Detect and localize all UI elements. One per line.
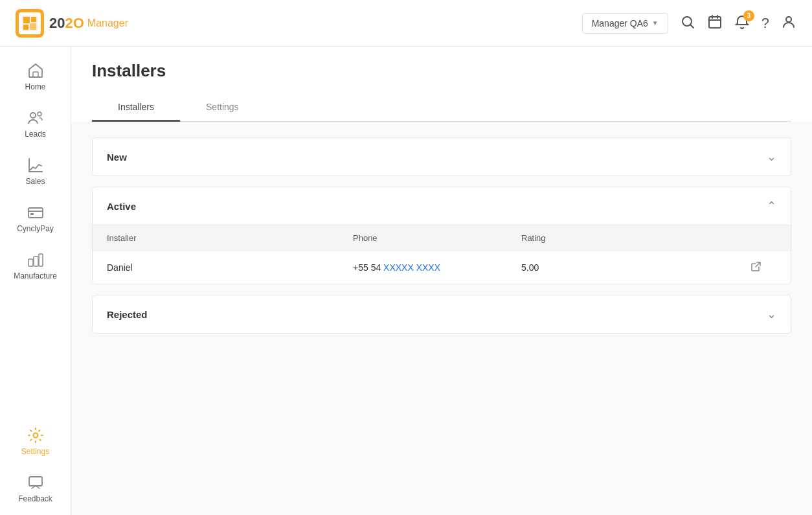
sales-icon [27,157,44,174]
sidebar-item-sales[interactable]: Sales [0,148,71,195]
sidebar-item-manufacture[interactable]: Manufacture [0,242,71,290]
logo-svg [21,14,39,32]
svg-rect-18 [28,259,33,266]
svg-line-6 [690,25,694,28]
sidebar: Home Leads Sales [0,47,71,515]
calendar-button[interactable] [707,14,723,32]
chevron-down-icon-rejected: ⌄ [767,307,776,321]
search-icon [680,14,695,30]
cyncly-pay-icon [27,204,44,221]
page-title: Installers [92,61,791,81]
svg-point-11 [786,17,791,22]
user-icon [781,14,796,30]
section-new-header[interactable]: New ⌄ [93,138,791,176]
manufacture-icon [27,251,44,268]
sidebar-item-leads[interactable]: Leads [0,100,71,148]
layout: Home Leads Sales [0,47,812,515]
svg-rect-15 [28,208,43,218]
cell-installer-name: Daniel [107,262,353,273]
logo-brand: Manager [87,17,128,29]
section-active-title: Active [107,201,136,212]
sidebar-item-home[interactable]: Home [0,53,71,100]
manager-selector[interactable]: Manager QA6 ▼ [582,13,668,34]
sidebar-bottom: Settings Feedback [0,418,71,512]
help-button[interactable]: ? [761,15,769,32]
svg-rect-12 [33,72,38,77]
logo: 202O Manager [16,9,128,38]
section-new-title: New [107,152,127,163]
cell-rating: 5.00 [521,262,750,273]
sidebar-item-label-sales: Sales [25,177,45,186]
sidebar-item-label-settings: Settings [21,447,49,456]
phone-prefix: +55 54 [353,262,383,273]
svg-rect-20 [39,254,43,266]
section-rejected-title: Rejected [107,309,148,320]
feedback-icon [27,474,44,491]
cell-phone: +55 54 XXXXX XXXX [353,262,521,273]
sidebar-item-label-leads: Leads [25,130,46,139]
col-header-rating: Rating [521,233,750,243]
sidebar-item-label-home: Home [25,82,45,91]
svg-rect-1 [23,17,30,23]
col-header-installer: Installer [107,233,353,243]
svg-rect-19 [34,257,38,266]
search-button[interactable] [680,14,695,32]
sidebar-item-label-cyncly-pay: CynclyPay [17,224,54,233]
home-icon [27,62,44,79]
svg-rect-4 [30,23,36,30]
external-link-icon [750,260,762,272]
header-left: 202O Manager [16,9,128,38]
settings-icon [27,427,44,444]
sidebar-item-label-feedback: Feedback [18,494,52,503]
svg-point-21 [33,433,38,438]
table-header: Installer Phone Rating [93,225,791,251]
sidebar-item-settings[interactable]: Settings [0,418,71,465]
logo-icon [16,9,44,38]
manager-label: Manager QA6 [592,18,648,29]
sidebar-item-label-manufacture: Manufacture [14,271,57,280]
tab-installers[interactable]: Installers [92,94,180,122]
svg-rect-3 [23,25,28,30]
tabs: Installers Settings [92,94,791,122]
section-active-header[interactable]: Active ⌃ [93,187,791,225]
col-header-action [750,233,776,243]
section-rejected-header[interactable]: Rejected ⌄ [93,295,791,333]
header-right: Manager QA6 ▼ 3 ? [582,13,796,34]
notification-badge: 3 [743,10,754,21]
svg-point-13 [30,113,36,118]
sidebar-item-feedback[interactable]: Feedback [0,465,71,512]
header: 202O Manager Manager QA6 ▼ [0,0,812,47]
user-button[interactable] [781,14,796,32]
sidebar-item-cyncly-pay[interactable]: CynclyPay [0,195,71,242]
section-rejected: Rejected ⌄ [92,295,791,334]
svg-rect-2 [31,17,36,22]
section-new: New ⌄ [92,137,791,176]
chevron-up-icon-active: ⌃ [767,199,776,213]
external-link-button[interactable] [750,260,776,275]
chevron-down-icon: ▼ [652,19,659,27]
svg-rect-22 [29,477,42,486]
table-row: Daniel +55 54 XXXXX XXXX 5.00 [93,251,791,284]
svg-rect-17 [30,213,34,215]
leads-icon [27,109,44,126]
notifications-button[interactable]: 3 [734,14,750,32]
logo-text: 202O Manager [49,15,128,32]
tab-settings[interactable]: Settings [180,94,265,122]
content-area: New ⌄ Active ⌃ Installer Phone Rating [71,122,812,360]
section-active: Active ⌃ Installer Phone Rating Daniel +… [92,187,791,284]
calendar-icon [707,14,723,30]
svg-rect-7 [709,17,721,28]
main-content: Installers Installers Settings New ⌄ [71,47,812,515]
svg-point-14 [38,112,41,116]
col-header-phone: Phone [353,233,521,243]
page-header: Installers Installers Settings [71,47,812,122]
chevron-down-icon-new: ⌄ [767,150,776,164]
phone-masked[interactable]: XXXXX XXXX [383,262,440,273]
